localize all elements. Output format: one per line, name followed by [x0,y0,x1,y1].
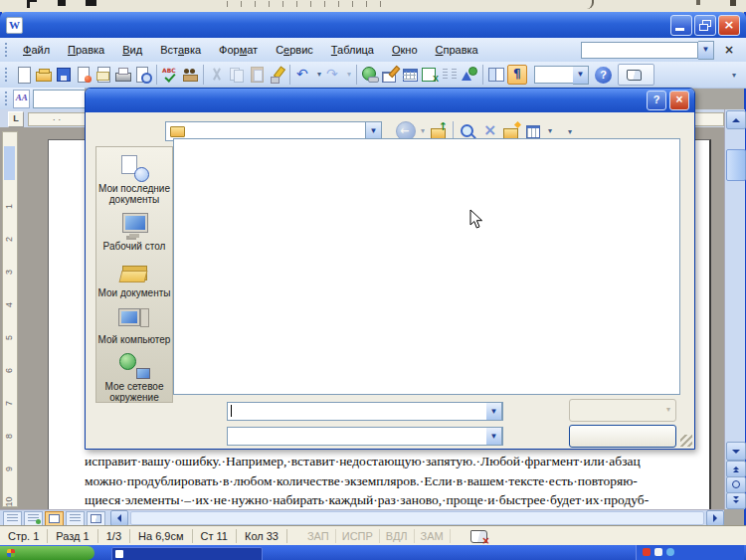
print-preview-icon[interactable] [134,66,152,84]
dialog-help-icon[interactable]: ? [647,91,666,110]
question-input[interactable] [581,42,698,59]
status-toggle[interactable]: ВДЛ [380,529,415,543]
toolbar-separator [289,65,290,85]
zoom-dropdown-icon[interactable]: ▼ [573,66,589,85]
style-combo[interactable] [33,90,85,108]
format-painter-icon[interactable] [268,66,285,84]
document-map-icon[interactable] [487,66,505,84]
insert-button[interactable]: ▾ [569,399,676,422]
toolbar-grip[interactable] [4,42,8,58]
tray-icon[interactable] [666,548,674,556]
ruler-margin-zone [4,146,15,180]
place-my-documents[interactable]: Мои документы [96,259,172,298]
scroll-down-icon[interactable] [726,442,746,461]
undo-icon[interactable] [294,66,312,84]
status-toggle[interactable]: ЗАП [301,529,336,543]
spelling-icon[interactable] [161,66,179,84]
spelling-status-icon[interactable] [470,530,487,543]
place-desktop[interactable]: Рабочий стол [96,212,172,252]
scroll-left-icon[interactable] [110,510,128,526]
menu-item[interactable]: Правка [59,41,113,59]
menu-item[interactable]: Вид [113,41,151,59]
hyperlink-icon[interactable] [361,66,379,84]
scrollbar-thumb[interactable] [726,149,746,181]
tables-borders-icon[interactable] [381,66,399,84]
scroll-up-icon[interactable] [726,110,746,129]
vertical-scrollbar[interactable] [724,109,745,509]
tools-menu[interactable]: ▾ [564,127,572,136]
save-icon[interactable] [55,66,73,84]
cancel-button[interactable] [569,425,676,448]
normal-view-icon[interactable] [3,511,22,526]
toolbar-options-icon[interactable]: ▾ [728,71,740,80]
columns-icon[interactable] [441,66,459,84]
cut-icon[interactable] [208,66,226,84]
place-recent-documents[interactable]: Мои последние документы [96,154,172,205]
copy-icon[interactable] [228,66,246,84]
insert-dropdown-icon[interactable]: ▾ [666,400,670,420]
email-icon[interactable] [94,66,112,84]
resize-grip[interactable] [680,435,692,447]
filename-combo[interactable]: ▼ [227,402,503,421]
drawing-icon[interactable] [461,66,478,84]
status-section: 1/3 [98,529,130,543]
menu-item[interactable]: Вставка [151,41,210,59]
status-toggle[interactable]: ЗАМ [415,529,451,543]
close-button[interactable]: × [718,15,740,36]
place-my-computer[interactable]: Мой компьютер [96,305,172,345]
toolbar-grip[interactable] [4,67,8,83]
toolbar-grip[interactable] [4,91,7,106]
menu-item[interactable]: Формат [210,41,267,59]
filename-input[interactable] [232,404,486,419]
previous-page-icon[interactable] [726,461,746,477]
reading-layout-view-icon[interactable] [87,511,105,526]
research-icon[interactable] [181,66,199,84]
filename-dropdown-icon[interactable]: ▼ [486,402,502,421]
print-icon[interactable] [114,66,132,84]
horizontal-scrollbar-thumb[interactable] [130,511,704,525]
help-icon[interactable]: ? [595,67,612,84]
menu-item[interactable]: Окно [383,41,427,59]
ruler-number: 4 [0,298,26,311]
status-toggle[interactable]: ИСПР [336,529,380,543]
filetype-combo[interactable]: ▼ [227,427,503,446]
tray-icon[interactable] [654,548,662,556]
insert-table-icon[interactable] [401,66,419,84]
restore-button[interactable] [694,15,716,36]
system-tray [636,545,744,560]
start-button[interactable] [0,546,94,560]
taskbar-window-button[interactable] [111,547,263,560]
menu-item[interactable]: Сервис [267,41,322,59]
zoom-combo[interactable]: ▼ [534,66,589,85]
question-dropdown-icon[interactable]: ▼ [698,41,714,60]
scroll-right-icon[interactable] [706,510,724,526]
close-document-icon[interactable]: × [720,41,738,59]
tray-icon[interactable] [643,548,651,556]
new-document-icon[interactable] [15,66,33,84]
select-browse-object-icon[interactable] [726,476,746,493]
permission-icon[interactable] [75,66,93,84]
strip-curve [583,0,594,9]
insert-excel-icon[interactable] [421,66,439,84]
menu-item[interactable]: Таблица [322,41,383,59]
place-network-places[interactable]: Мое сетевое окружение [96,352,172,403]
read-mode-button[interactable] [618,64,654,86]
dialog-close-icon[interactable]: × [669,91,689,110]
styles-and-formatting-icon[interactable]: АА [13,90,30,108]
menu-item[interactable]: Справка [427,41,487,59]
next-page-icon[interactable] [726,492,746,509]
filetype-dropdown-icon[interactable]: ▼ [486,427,502,446]
toolbar-separator [203,65,204,85]
minimize-button[interactable] [670,15,692,36]
redo-icon[interactable] [324,66,342,84]
paste-icon[interactable] [248,66,266,84]
tab-selector-button[interactable]: L [8,111,24,127]
print-layout-view-icon[interactable] [45,511,64,526]
web-layout-view-icon[interactable] [24,511,43,526]
outline-view-icon[interactable] [66,511,85,526]
menu-item[interactable]: Файл [14,41,59,59]
file-list[interactable] [173,138,680,395]
status-section: На 6,9см [130,529,192,543]
show-paragraph-marks-icon[interactable] [507,65,527,85]
open-folder-icon[interactable] [35,66,53,84]
